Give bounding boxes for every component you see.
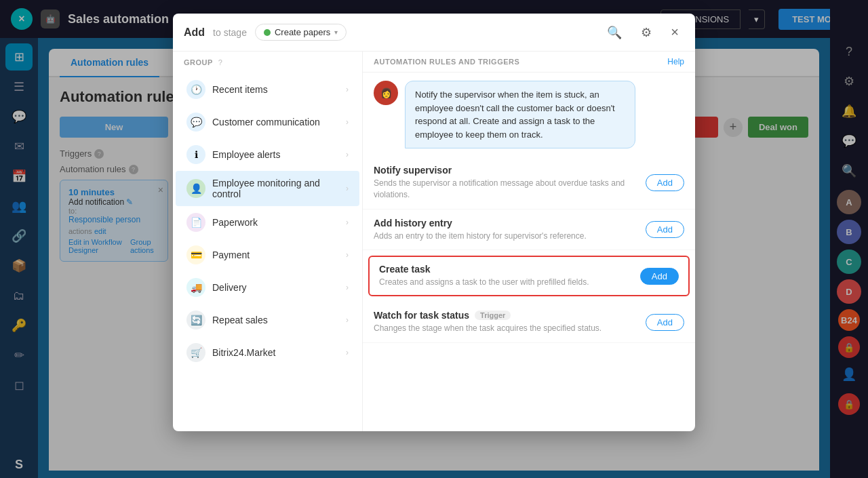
rule-watch-title: Watch for task status Trigger	[374, 310, 646, 321]
alerts-arrow: ›	[346, 150, 349, 159]
bitrix-label: Bitrix24.Market	[212, 347, 339, 358]
payment-arrow: ›	[346, 250, 349, 260]
group-item-repeat-sales[interactable]: 🔄 Repeat sales ›	[176, 304, 359, 336]
rule-item-history-row: Add history entry Adds an entry to the i…	[374, 218, 684, 242]
modal-create-button[interactable]: Create papers ▾	[255, 24, 347, 41]
rule-notify-desc: Sends the supervisor a notification mess…	[374, 178, 646, 201]
customer-arrow: ›	[346, 117, 349, 127]
modal-body: GROUP ? 🕐 Recent items › 💬 Customer comm…	[173, 52, 695, 431]
create-dot	[264, 29, 271, 36]
delivery-label: Delivery	[212, 282, 339, 293]
group-item-payment[interactable]: 💳 Payment ›	[176, 239, 359, 271]
auto-rules-title: AUTOMATION RULES AND TRIGGERS	[374, 58, 519, 66]
group-item-recent[interactable]: 🕐 Recent items ›	[176, 73, 359, 106]
rule-item-history: Add history entry Adds an entry to the i…	[363, 210, 695, 251]
customer-label: Customer communication	[212, 117, 339, 127]
modal-create-label: Create papers	[275, 27, 330, 37]
paperwork-label: Paperwork	[212, 217, 339, 228]
delivery-icon: 🚚	[186, 278, 205, 297]
modal-close-button[interactable]: ×	[665, 22, 684, 43]
rule-create-task-desc: Creates and assigns a task to the user w…	[379, 277, 640, 288]
group-item-delivery[interactable]: 🚚 Delivery ›	[176, 271, 359, 304]
bitrix-arrow: ›	[346, 348, 349, 357]
modal-right-panel: AUTOMATION RULES AND TRIGGERS Help 👩 Not…	[363, 52, 695, 431]
bitrix-market-icon: 🛒	[186, 343, 205, 362]
recent-icon: 🕐	[186, 80, 205, 99]
modal-create-arrow-icon: ▾	[334, 28, 338, 36]
rule-history-title: Add history entry	[374, 218, 646, 228]
recent-arrow: ›	[346, 85, 349, 94]
delivery-arrow: ›	[346, 283, 349, 292]
modal-stage-label: to stage	[213, 27, 247, 38]
rule-item-watch-row: Watch for task status Trigger Changes th…	[374, 310, 684, 334]
rule-item-watch-task: Watch for task status Trigger Changes th…	[363, 302, 695, 343]
rule-create-task-title: Create task	[379, 264, 640, 275]
modal-filter-button[interactable]: ⚙	[635, 22, 657, 43]
modal-overlay: Add to stage Create papers ▾ 🔍 ⚙ × GROUP…	[0, 0, 868, 478]
alerts-icon: ℹ	[186, 145, 205, 164]
repeat-label: Repeat sales	[212, 315, 339, 325]
rule-item-create-task: Create task Creates and assigns a task t…	[368, 256, 690, 296]
group-item-employee-alerts[interactable]: ℹ Employee alerts ›	[176, 138, 359, 171]
rule-history-add-button[interactable]: Add	[646, 221, 684, 238]
modal-left-panel: GROUP ? 🕐 Recent items › 💬 Customer comm…	[173, 52, 363, 431]
rule-watch-add-button[interactable]: Add	[646, 314, 684, 331]
chat-bubble: Notify the supervisor when the item is s…	[405, 81, 635, 148]
rule-item-notify-row: Notify supervisor Sends the supervisor a…	[374, 165, 684, 201]
modal-add-label: Add	[184, 26, 205, 39]
modal-left-header: GROUP ?	[173, 52, 362, 73]
rule-item-create-task-row: Create task Creates and assigns a task t…	[379, 264, 679, 288]
rule-create-task-add-button[interactable]: Add	[640, 268, 679, 285]
monitoring-label: Employee monitoring and control	[212, 178, 339, 199]
rule-item-notify-left: Notify supervisor Sends the supervisor a…	[374, 165, 646, 201]
repeat-icon: 🔄	[186, 311, 205, 330]
rule-notify-title: Notify supervisor	[374, 165, 646, 176]
customer-icon: 💬	[186, 113, 205, 132]
rule-item-notify: Notify supervisor Sends the supervisor a…	[363, 157, 695, 210]
rule-history-desc: Adds an entry to the item history for su…	[374, 231, 646, 242]
chat-bubble-area: 👩 Notify the supervisor when the item is…	[363, 73, 695, 157]
group-item-customer[interactable]: 💬 Customer communication ›	[176, 106, 359, 138]
group-help-icon: ?	[218, 58, 222, 66]
paperwork-icon: 📄	[186, 213, 205, 232]
group-item-bitrix[interactable]: 🛒 Bitrix24.Market ›	[176, 336, 359, 369]
rule-item-create-task-left: Create task Creates and assigns a task t…	[379, 264, 640, 288]
rule-watch-desc: Changes the stage when the task acquires…	[374, 323, 646, 334]
recent-label: Recent items	[212, 84, 339, 95]
payment-label: Payment	[212, 250, 339, 260]
rule-item-history-left: Add history entry Adds an entry to the i…	[374, 218, 646, 242]
group-item-paperwork[interactable]: 📄 Paperwork ›	[176, 206, 359, 239]
paperwork-arrow: ›	[346, 218, 349, 227]
monitoring-icon: 👤	[186, 179, 205, 198]
alerts-label: Employee alerts	[212, 149, 339, 160]
chat-avatar: 👩	[374, 81, 398, 105]
group-label: GROUP	[184, 58, 213, 66]
rule-notify-add-button[interactable]: Add	[646, 174, 684, 191]
repeat-arrow: ›	[346, 315, 349, 325]
trigger-badge: Trigger	[475, 311, 511, 320]
modal-right-header: AUTOMATION RULES AND TRIGGERS Help	[363, 52, 695, 73]
modal: Add to stage Create papers ▾ 🔍 ⚙ × GROUP…	[173, 14, 695, 431]
modal-search-button[interactable]: 🔍	[601, 22, 627, 43]
rule-item-watch-left: Watch for task status Trigger Changes th…	[374, 310, 646, 334]
monitoring-arrow: ›	[346, 184, 349, 193]
payment-icon: 💳	[186, 245, 205, 264]
auto-rules-help[interactable]: Help	[667, 57, 684, 66]
modal-header: Add to stage Create papers ▾ 🔍 ⚙ ×	[173, 14, 695, 52]
group-item-employee-monitoring[interactable]: 👤 Employee monitoring and control ›	[176, 171, 359, 206]
